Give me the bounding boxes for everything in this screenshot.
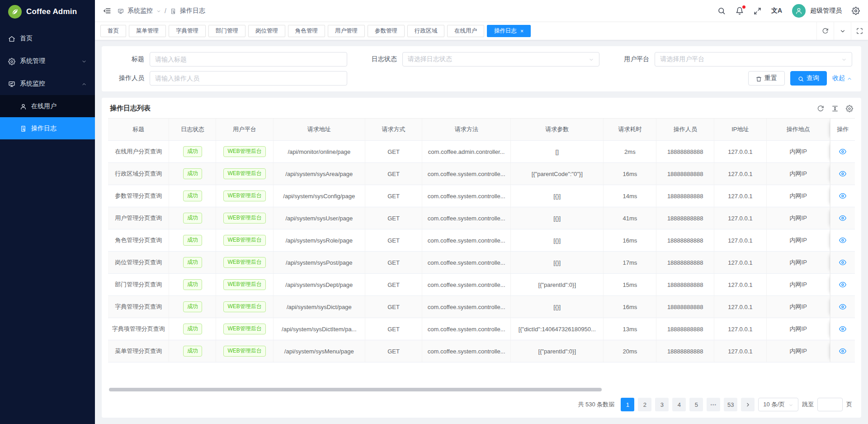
cell-platform: WEB管理后台 [216, 318, 273, 340]
column-header[interactable]: 操作地点 [767, 119, 830, 141]
status-badge: 成功 [183, 235, 202, 246]
filter-field-status: 日志状态 请选择日志状态 [363, 52, 600, 67]
cell-request-url: /api/system/sysDept/page [274, 274, 365, 296]
sidebar-item-online-users[interactable]: 在线用户 [0, 95, 95, 117]
page-tab[interactable]: 操作日志 × [487, 25, 531, 37]
page-tab[interactable]: 部门管理 × [208, 25, 245, 37]
platform-badge: WEB管理后台 [223, 301, 265, 312]
trash-icon [756, 75, 762, 82]
table-header: 标题日志状态用户平台请求地址请求方式请求方法请求参数请求耗时操作人员IP地址操作… [108, 118, 855, 141]
view-detail-button[interactable] [839, 214, 846, 222]
sidebar-item-system-mgmt[interactable]: 系统管理 [0, 50, 95, 72]
view-detail-button[interactable] [839, 148, 846, 155]
view-detail-button[interactable] [839, 281, 846, 288]
view-detail-button[interactable] [839, 325, 846, 333]
cell-duration: 13ms [604, 318, 656, 340]
view-detail-button[interactable] [839, 259, 846, 266]
fullscreen-icon[interactable] [754, 7, 761, 15]
cell-platform: WEB管理后台 [216, 252, 273, 274]
page-tab[interactable]: 岗位管理 × [248, 25, 285, 37]
page-tab[interactable]: 在线用户 × [447, 25, 484, 37]
cell-title: 角色管理分页查询 [108, 229, 169, 252]
user-name[interactable]: 超级管理员 [810, 7, 842, 15]
column-header[interactable]: 标题 [108, 119, 169, 141]
page-number-button[interactable]: 3 [655, 398, 669, 411]
table-empty-space [108, 362, 855, 388]
cell-ip: 127.0.0.1 [714, 296, 767, 318]
view-detail-button[interactable] [839, 303, 846, 310]
maximize-icon[interactable] [851, 22, 868, 40]
cell-request-method: GET [365, 163, 422, 185]
page-tab[interactable]: 参数管理 × [368, 25, 405, 37]
chevron-down-icon[interactable] [834, 22, 851, 40]
column-header[interactable]: 请求方法 [422, 119, 511, 141]
status-label: 日志状态 [363, 55, 402, 63]
sidebar-item-label: 首页 [20, 34, 33, 43]
density-icon[interactable] [831, 105, 839, 113]
page-number-button[interactable]: ••• [707, 398, 720, 411]
notification-bell-icon[interactable] [736, 7, 744, 15]
settings-gear-icon[interactable] [852, 7, 860, 15]
column-header[interactable]: 请求方式 [365, 119, 422, 141]
collapse-filters-link[interactable]: 收起 [832, 74, 852, 82]
cell-title: 在线用户分页查询 [108, 141, 169, 163]
tab-label: 角色管理 [295, 27, 318, 35]
page-tab[interactable]: 菜单管理 × [129, 25, 166, 37]
cell-request-method: GET [365, 296, 422, 318]
chevron-up-icon [81, 80, 87, 87]
search-icon[interactable] [717, 7, 726, 15]
column-header[interactable]: 操作人员 [656, 119, 714, 141]
translate-icon[interactable]: 文A [771, 7, 782, 15]
page-number-button[interactable]: 5 [689, 398, 703, 411]
app-logo[interactable]: Coffee Admin [0, 0, 95, 24]
title-input[interactable] [155, 56, 342, 63]
page-tab[interactable]: 首页 × [100, 25, 126, 37]
view-detail-button[interactable] [839, 170, 846, 177]
platform-badge: WEB管理后台 [223, 235, 265, 246]
column-header[interactable]: 请求耗时 [604, 119, 656, 141]
column-header[interactable]: IP地址 [714, 119, 767, 141]
cell-duration: 14ms [604, 185, 656, 207]
column-header[interactable]: 用户平台 [216, 119, 273, 141]
page-size-select[interactable]: 10 条/页 [758, 398, 798, 411]
column-header[interactable]: 操作 [830, 119, 855, 141]
search-button[interactable]: 查询 [790, 71, 827, 86]
tab-label: 岗位管理 [255, 27, 278, 35]
column-header[interactable]: 日志状态 [169, 119, 216, 141]
cell-request-function: com.coffee.system.controlle... [422, 185, 511, 207]
jump-page-input[interactable] [817, 398, 843, 411]
tab-close-icon[interactable]: × [520, 29, 524, 34]
page-number-button[interactable]: 4 [672, 398, 686, 411]
page-tab[interactable]: 角色管理 × [288, 25, 325, 37]
next-page-button[interactable] [741, 398, 755, 411]
horizontal-scrollbar[interactable] [109, 388, 602, 391]
view-detail-button[interactable] [839, 237, 846, 244]
avatar[interactable] [792, 4, 806, 18]
view-detail-button[interactable] [839, 192, 846, 200]
menu-fold-icon[interactable] [103, 7, 111, 15]
column-header[interactable]: 请求参数 [511, 119, 604, 141]
platform-badge: WEB管理后台 [223, 324, 265, 334]
reset-button[interactable]: 重置 [748, 71, 785, 86]
cell-location: 内网IP [767, 340, 830, 362]
table-row: 岗位管理分页查询 成功 WEB管理后台 /api/system/sysPost/… [108, 252, 855, 274]
view-detail-button[interactable] [839, 348, 846, 355]
operator-input[interactable] [155, 75, 342, 82]
refresh-icon[interactable] [817, 105, 824, 113]
sidebar-item-home[interactable]: 首页 [0, 27, 95, 50]
page-tab[interactable]: 行政区域 × [407, 25, 444, 37]
settings-gear-icon[interactable] [846, 105, 853, 113]
page-number-button[interactable]: 2 [638, 398, 651, 411]
status-select[interactable]: 请选择日志状态 [402, 52, 600, 67]
breadcrumb-section[interactable]: 系统监控 [127, 7, 153, 15]
column-header[interactable]: 请求地址 [274, 119, 365, 141]
sidebar-item-system-monitor[interactable]: 系统监控 [0, 72, 95, 95]
tab-label: 在线用户 [454, 27, 477, 35]
refresh-icon[interactable] [816, 22, 834, 40]
platform-select[interactable]: 请选择用户平台 [655, 52, 852, 67]
sidebar-item-operation-log[interactable]: 操作日志 [0, 117, 95, 139]
page-tab[interactable]: 用户管理 × [328, 25, 365, 37]
page-number-button[interactable]: 1 [621, 398, 634, 411]
page-number-button[interactable]: 53 [724, 398, 737, 411]
page-tab[interactable]: 字典管理 × [169, 25, 206, 37]
